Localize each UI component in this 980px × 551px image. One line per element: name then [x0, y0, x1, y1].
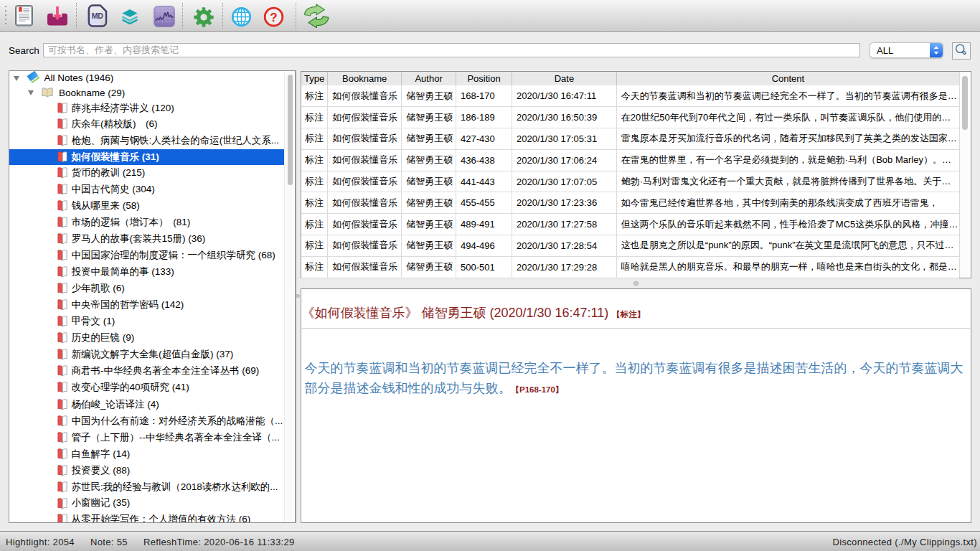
svg-text:?: ?: [270, 10, 277, 24]
svg-text:MD: MD: [92, 11, 103, 20]
